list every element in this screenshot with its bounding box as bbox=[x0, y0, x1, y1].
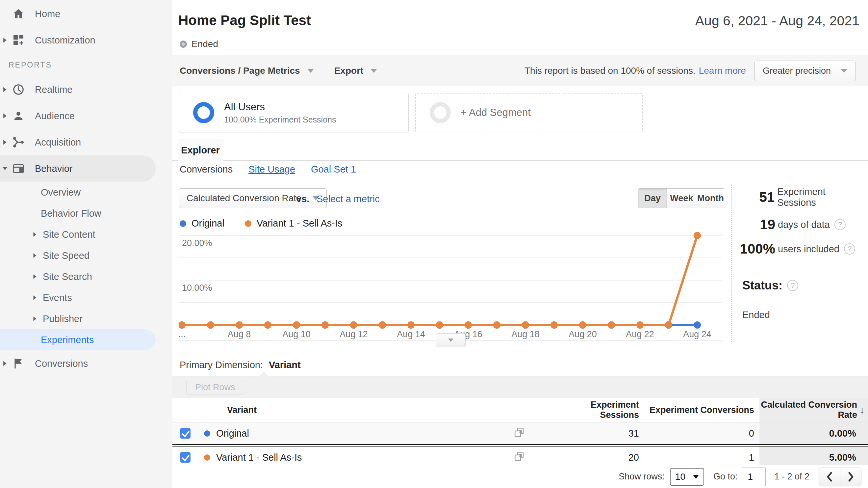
granularity-month[interactable]: Month bbox=[696, 189, 725, 208]
metrics-dropdown[interactable]: Conversions / Page Metrics bbox=[180, 65, 300, 76]
stat-value: 51 bbox=[738, 189, 775, 205]
subtab-conversions[interactable]: Conversions bbox=[180, 164, 232, 175]
sidebar-item-realtime[interactable]: Realtime bbox=[0, 77, 173, 103]
stat-line: 51Experiment Sessions bbox=[738, 186, 865, 208]
granularity-week[interactable]: Week bbox=[667, 189, 696, 208]
previous-page-button[interactable] bbox=[819, 468, 840, 486]
chevron-down-icon bbox=[693, 475, 699, 479]
add-segment-button[interactable]: + Add Segment bbox=[415, 93, 643, 133]
precision-select[interactable]: Greater precision bbox=[754, 61, 856, 81]
sidebar-item-site-content[interactable]: Site Content bbox=[0, 224, 173, 245]
variant-name[interactable]: Original bbox=[216, 428, 249, 439]
tab-explorer[interactable]: Explorer bbox=[178, 140, 223, 161]
legend-dot-icon bbox=[180, 220, 186, 227]
primary-dimension-variant[interactable]: Variant bbox=[269, 360, 301, 370]
x-axis-tick: Aug 22 bbox=[626, 329, 654, 340]
collapse-icon bbox=[0, 167, 10, 171]
help-icon[interactable]: ? bbox=[844, 243, 855, 255]
sidebar-item-label: Conversions bbox=[35, 358, 88, 369]
ended-status-icon bbox=[180, 40, 187, 48]
date-range-picker[interactable]: Aug 6, 2021 - Aug 24, 2021 bbox=[695, 13, 860, 29]
open-report-icon[interactable] bbox=[514, 451, 525, 464]
col-header-variant[interactable]: Variant bbox=[198, 405, 483, 415]
add-segment-label: + Add Segment bbox=[461, 107, 531, 118]
sidebar-item-events[interactable]: Events bbox=[0, 287, 173, 308]
sidebar-item-label: Site Search bbox=[43, 271, 92, 282]
row-check-cell bbox=[173, 452, 198, 463]
customization-icon bbox=[11, 34, 26, 47]
help-icon[interactable]: ? bbox=[787, 280, 798, 291]
next-page-button[interactable] bbox=[840, 468, 861, 486]
stat-line: 100%users included? bbox=[738, 241, 865, 257]
sidebar-item-acquisition[interactable]: Acquisition bbox=[0, 129, 173, 155]
sidebar-item-label: Events bbox=[43, 292, 72, 303]
legend-item: Variant 1 - Sell As-Is bbox=[245, 218, 343, 229]
primary-dimension-label: Primary Dimension: bbox=[180, 360, 263, 370]
x-axis-tick: Aug 8 bbox=[228, 329, 251, 340]
variant-name[interactable]: Variant 1 - Sell As-Is bbox=[216, 452, 302, 463]
sidebar-item-audience[interactable]: Audience bbox=[0, 103, 173, 129]
status-value: Ended bbox=[742, 310, 865, 320]
plot-rows-button[interactable]: Plot Rows bbox=[186, 380, 244, 395]
conversions-icon bbox=[11, 357, 26, 370]
chevron-down-icon bbox=[307, 69, 314, 73]
precision-label: Greater precision bbox=[763, 66, 831, 76]
sidebar-item-label: Behavior bbox=[35, 163, 72, 174]
dimension-caret bbox=[259, 371, 269, 377]
pager bbox=[819, 467, 861, 486]
sidebar-item-home[interactable]: Home bbox=[0, 1, 173, 27]
help-icon[interactable]: ? bbox=[834, 219, 846, 230]
expand-right-icon bbox=[33, 253, 41, 258]
expand-right-icon bbox=[0, 139, 10, 145]
expand-right-icon bbox=[33, 231, 41, 237]
col-header-conversions[interactable]: Experiment Conversions bbox=[644, 405, 760, 415]
show-rows-label: Show rows: bbox=[619, 471, 665, 482]
toolbar-left: Conversions / Page Metrics Export bbox=[180, 55, 377, 86]
sidebar-item-site-speed[interactable]: Site Speed bbox=[0, 245, 173, 266]
vs-label: vs. bbox=[296, 194, 309, 204]
col-header-sessions[interactable]: Experiment Sessions bbox=[555, 400, 644, 420]
conversions-value: 0 bbox=[644, 428, 760, 439]
sidebar-item-publisher[interactable]: Publisher bbox=[0, 308, 173, 329]
export-dropdown[interactable]: Export bbox=[334, 65, 364, 76]
goto-page-input[interactable] bbox=[742, 467, 766, 486]
series-color-dot-icon bbox=[204, 430, 210, 437]
col-header-rate-label: Calculated Conversion Rate bbox=[760, 400, 857, 420]
legend-label: Original bbox=[191, 218, 224, 229]
home-icon bbox=[11, 7, 26, 21]
row-checkbox[interactable] bbox=[180, 428, 190, 439]
x-axis-tick: Aug 18 bbox=[511, 329, 539, 340]
conversions-value: 1 bbox=[644, 452, 760, 463]
segment-all-users[interactable]: All Users 100.00% Experiment Sessions bbox=[179, 93, 409, 133]
goto-label: Go to: bbox=[713, 471, 738, 482]
row-divider bbox=[173, 444, 868, 447]
granularity-day[interactable]: Day bbox=[638, 189, 667, 208]
experiment-status: Ended bbox=[180, 39, 218, 49]
x-axis-tick: ... bbox=[178, 329, 186, 340]
expand-right-icon bbox=[33, 295, 41, 300]
col-header-rate[interactable]: Calculated Conversion Rate ↓ bbox=[760, 398, 868, 422]
show-rows-select[interactable]: 10 bbox=[670, 468, 704, 486]
open-report-icon[interactable] bbox=[514, 427, 525, 440]
expand-right-icon bbox=[0, 361, 10, 367]
select-a-metric-link[interactable]: Select a metric bbox=[316, 194, 380, 204]
toolbar-right: This report is based on 100% of sessions… bbox=[525, 55, 856, 86]
learn-more-link[interactable]: Learn more bbox=[699, 65, 746, 76]
sidebar-item-behavior-flow[interactable]: Behavior Flow bbox=[0, 203, 173, 224]
sidebar-item-behavior[interactable]: Behavior bbox=[0, 155, 156, 182]
sidebar-item-label: Behavior Flow bbox=[41, 208, 101, 219]
segment-subtitle: 100.00% Experiment Sessions bbox=[224, 115, 336, 124]
chart-collapse-button[interactable] bbox=[436, 333, 466, 347]
chart-canvas bbox=[179, 230, 722, 333]
sidebar-item-label: Overview bbox=[41, 187, 81, 198]
subtab-goal-set-1[interactable]: Goal Set 1 bbox=[311, 164, 356, 175]
sidebar-item-overview[interactable]: Overview bbox=[0, 182, 173, 203]
subtab-site-usage[interactable]: Site Usage bbox=[248, 164, 295, 175]
stat-label: Experiment Sessions bbox=[777, 186, 865, 208]
row-checkbox[interactable] bbox=[180, 452, 190, 463]
sidebar-item-experiments[interactable]: Experiments bbox=[0, 329, 156, 350]
sidebar-item-customization[interactable]: Customization bbox=[0, 27, 173, 53]
audience-icon bbox=[11, 109, 26, 122]
sidebar-item-conversions[interactable]: Conversions bbox=[0, 350, 173, 377]
sidebar-item-site-search[interactable]: Site Search bbox=[0, 266, 173, 287]
